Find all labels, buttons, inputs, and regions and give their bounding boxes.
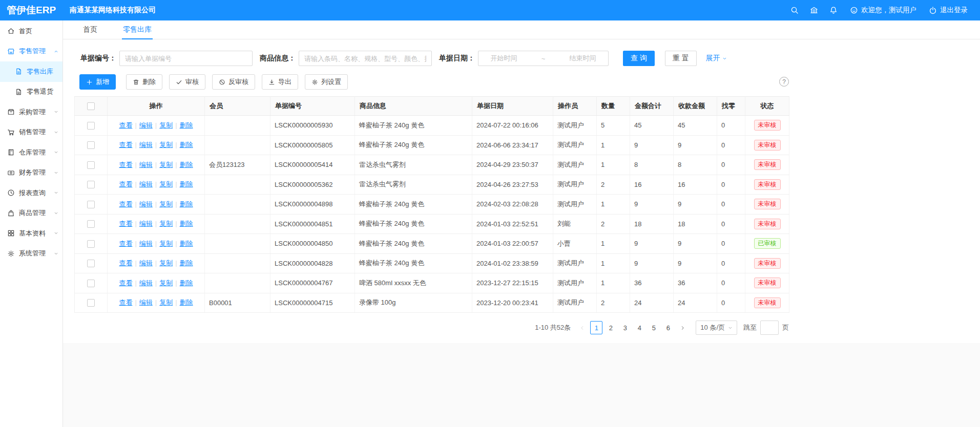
row-checkbox[interactable] [87,201,95,208]
row-checkbox[interactable] [87,220,95,228]
sidebar-item-retail-outbound[interactable]: 零售出库 [0,61,62,82]
row-action-view[interactable]: 查看 [119,220,132,227]
column-settings-button[interactable]: 列设置 [305,74,348,90]
row-checkbox[interactable] [87,260,95,267]
row-checkbox[interactable] [87,240,95,248]
delete-button[interactable]: 删除 [126,74,162,90]
row-action-delete[interactable]: 删除 [180,298,193,306]
sidebar-item-sales[interactable]: 销售管理 [0,122,62,143]
row-action-copy[interactable]: 复制 [159,200,173,208]
date-range-picker[interactable]: 开始时间 ~ 结束时间 [478,51,609,66]
row-action-view[interactable]: 查看 [119,200,132,208]
prev-page-button[interactable] [576,321,588,334]
row-action-copy[interactable]: 复制 [159,180,173,188]
page-size-select[interactable]: 10 条/页 [696,321,737,335]
row-action-copy[interactable]: 复制 [159,298,173,306]
add-button[interactable]: 新增 [79,74,116,90]
unaudit-button[interactable]: 反审核 [212,74,255,90]
row-action-edit[interactable]: 编辑 [139,141,153,148]
row-action-delete[interactable]: 删除 [180,200,193,208]
row-action-view[interactable]: 查看 [119,240,132,247]
sidebar-item-reports[interactable]: 报表查询 [0,183,62,203]
row-checkbox[interactable] [87,181,95,188]
row-action-edit[interactable]: 编辑 [139,121,153,129]
search-button[interactable]: 查 询 [623,51,655,66]
row-action-copy[interactable]: 复制 [159,240,173,247]
tab-home[interactable]: 首页 [82,20,98,39]
select-all-checkbox[interactable] [87,102,95,110]
row-action-copy[interactable]: 复制 [159,161,173,168]
row-action-copy[interactable]: 复制 [159,259,173,267]
row-action-delete[interactable]: 删除 [180,240,193,247]
sidebar-item-warehouse[interactable]: 仓库管理 [0,142,62,163]
page-button-1[interactable]: 1 [590,321,602,334]
search-icon[interactable] [790,6,799,14]
sidebar-item-finance[interactable]: 财务管理 [0,163,62,183]
row-action-view[interactable]: 查看 [119,259,132,267]
row-action-delete[interactable]: 删除 [180,180,193,188]
row-action-copy[interactable]: 复制 [159,141,173,148]
page-button-2[interactable]: 2 [604,321,617,334]
logout-button[interactable]: 退出登录 [929,6,968,15]
expand-link[interactable]: 展开 [706,54,727,63]
row-action-copy[interactable]: 复制 [159,220,173,227]
status-badge: 未审核 [754,219,781,229]
page-button-4[interactable]: 4 [633,321,645,334]
row-checkbox[interactable] [87,122,95,130]
row-action-view[interactable]: 查看 [119,298,132,306]
row-checkbox[interactable] [87,280,95,287]
cell-change: 0 [717,293,745,313]
jump-input[interactable] [760,321,779,335]
action-separator: | [135,279,136,287]
sidebar-item-home[interactable]: 首页 [0,21,62,41]
row-action-edit[interactable]: 编辑 [139,279,153,287]
sidebar-item-basic-data[interactable]: 基本资料 [0,223,62,244]
row-action-delete[interactable]: 删除 [180,161,193,168]
row-action-delete[interactable]: 删除 [180,279,193,287]
action-separator: | [135,259,136,267]
sidebar-item-goods[interactable]: 商品管理 [0,203,62,224]
row-action-edit[interactable]: 编辑 [139,180,153,188]
bell-icon[interactable] [829,6,838,14]
product-input[interactable] [299,51,432,66]
export-button[interactable]: 导出 [262,74,298,90]
row-action-copy[interactable]: 复制 [159,121,173,129]
audit-button[interactable]: 审核 [169,74,205,90]
chevron-down-icon [54,190,58,195]
page-button-5[interactable]: 5 [648,321,660,334]
help-icon[interactable]: ? [779,77,789,87]
date-end-placeholder: 结束时间 [569,54,596,63]
row-action-view[interactable]: 查看 [119,180,132,188]
sidebar-item-purchase[interactable]: 采购管理 [0,102,62,122]
row-action-view[interactable]: 查看 [119,121,132,129]
next-page-button[interactable] [676,321,689,334]
row-action-delete[interactable]: 删除 [180,121,193,129]
row-action-edit[interactable]: 编辑 [139,298,153,306]
sidebar-item-system[interactable]: 系统管理 [0,244,62,264]
row-action-edit[interactable]: 编辑 [139,240,153,247]
row-action-edit[interactable]: 编辑 [139,161,153,168]
sidebar-item-retail[interactable]: 零售管理 [0,41,62,62]
bank-icon[interactable] [810,6,818,14]
page-button-3[interactable]: 3 [619,321,631,334]
row-action-edit[interactable]: 编辑 [139,220,153,227]
row-checkbox[interactable] [87,161,95,169]
row-action-delete[interactable]: 删除 [180,141,193,148]
page-button-6[interactable]: 6 [662,321,674,334]
bill-no-input[interactable] [119,51,253,66]
row-action-delete[interactable]: 删除 [180,220,193,227]
user-welcome[interactable]: 欢迎您，测试用户 [850,6,916,15]
row-action-edit[interactable]: 编辑 [139,259,153,267]
row-checkbox[interactable] [87,141,95,149]
row-action-view[interactable]: 查看 [119,141,132,148]
row-action-edit[interactable]: 编辑 [139,200,153,208]
cell-qty: 2 [597,293,630,313]
sidebar-item-retail-return[interactable]: 零售退货 [0,82,62,102]
row-action-view[interactable]: 查看 [119,161,132,168]
row-action-view[interactable]: 查看 [119,279,132,287]
reset-button[interactable]: 重 置 [665,51,697,66]
tab-retail-outbound[interactable]: 零售出库 [122,20,153,39]
row-action-copy[interactable]: 复制 [159,279,173,287]
row-checkbox[interactable] [87,299,95,307]
row-action-delete[interactable]: 删除 [180,259,193,267]
